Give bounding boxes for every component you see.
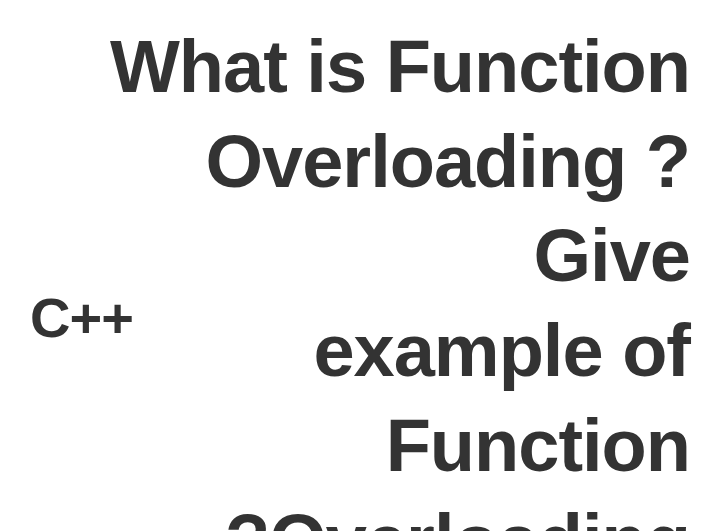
language-label: C++ <box>30 285 133 350</box>
document-container: What is Function Overloading ? Give exam… <box>0 0 720 531</box>
heading-line-4: Function <box>30 399 690 494</box>
heading-line-5: ?Overloading <box>30 494 690 531</box>
heading-line-1: What is Function <box>30 20 690 115</box>
heading-line-2: Overloading ? Give <box>30 115 690 304</box>
